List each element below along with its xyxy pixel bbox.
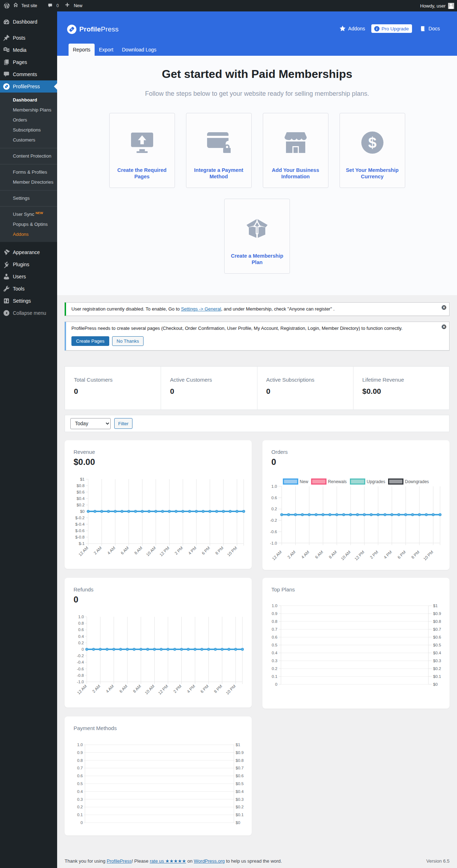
svg-text:0.3: 0.3 [272, 659, 277, 663]
svg-text:$0.8: $0.8 [433, 619, 441, 624]
svg-text:$0.2: $0.2 [77, 503, 85, 507]
svg-text:$0: $0 [236, 820, 240, 825]
svg-text:-0.8: -0.8 [77, 673, 84, 678]
svg-text:2 AM: 2 AM [91, 684, 101, 694]
svg-text:$0.5: $0.5 [433, 643, 441, 647]
svg-text:$0.4: $0.4 [236, 789, 244, 794]
svg-text:0.5: 0.5 [77, 782, 83, 786]
svg-text:0.5: 0.5 [272, 643, 277, 647]
svg-text:6 PM: 6 PM [397, 550, 406, 559]
svg-text:Downgrades: Downgrades [405, 479, 429, 484]
svg-text:0.7: 0.7 [272, 627, 277, 631]
svg-text:$0.7: $0.7 [433, 627, 441, 631]
svg-text:$0: $0 [433, 682, 438, 686]
svg-text:0.8: 0.8 [78, 621, 84, 625]
svg-text:0.2: 0.2 [271, 507, 277, 511]
svg-text:6 PM: 6 PM [200, 684, 209, 694]
svg-text:0.3: 0.3 [77, 797, 83, 802]
svg-text:0.6: 0.6 [78, 628, 84, 632]
svg-text:4 AM: 4 AM [105, 684, 115, 694]
svg-text:0: 0 [82, 647, 84, 651]
svg-text:0.4: 0.4 [77, 789, 83, 794]
svg-text:1.0: 1.0 [77, 743, 83, 747]
svg-text:2 PM: 2 PM [369, 550, 379, 559]
svg-text:12 PM: 12 PM [159, 546, 170, 557]
svg-text:$0.3: $0.3 [236, 797, 243, 802]
svg-text:2 PM: 2 PM [174, 546, 184, 555]
svg-text:$0.4: $0.4 [77, 496, 85, 501]
svg-text:$-0.6: $-0.6 [75, 529, 85, 533]
svg-text:-0.6: -0.6 [77, 667, 84, 671]
svg-text:6 PM: 6 PM [201, 546, 211, 555]
svg-text:0.1: 0.1 [77, 813, 83, 817]
svg-text:12 AM: 12 AM [78, 546, 89, 557]
svg-text:$0.2: $0.2 [236, 805, 243, 809]
svg-text:$0.6: $0.6 [77, 490, 85, 494]
svg-text:$1: $1 [236, 743, 240, 747]
svg-text:Renewals: Renewals [328, 479, 347, 484]
svg-text:0.2: 0.2 [78, 641, 84, 645]
svg-text:10 AM: 10 AM [144, 684, 155, 695]
svg-text:0.8: 0.8 [272, 619, 277, 624]
svg-text:0.7: 0.7 [77, 766, 83, 770]
svg-text:-0.2: -0.2 [270, 518, 277, 522]
svg-text:0.4: 0.4 [272, 651, 278, 655]
svg-text:$0.8: $0.8 [77, 483, 85, 488]
svg-text:-0.4: -0.4 [77, 660, 84, 664]
svg-text:$0.8: $0.8 [236, 758, 243, 763]
svg-text:4 AM: 4 AM [300, 550, 310, 559]
svg-text:0: 0 [275, 682, 277, 686]
svg-text:2 AM: 2 AM [287, 550, 296, 559]
svg-text:2 AM: 2 AM [93, 546, 102, 555]
svg-text:$0.5: $0.5 [236, 782, 243, 786]
svg-text:0.9: 0.9 [272, 611, 277, 616]
svg-text:8 AM: 8 AM [328, 550, 338, 559]
svg-text:$0.1: $0.1 [236, 813, 243, 817]
svg-text:$0.2: $0.2 [433, 666, 441, 671]
svg-text:6 AM: 6 AM [314, 550, 324, 559]
svg-text:0.4: 0.4 [78, 634, 84, 639]
svg-text:0.6: 0.6 [272, 635, 277, 639]
svg-text:0.6: 0.6 [77, 774, 83, 778]
svg-text:8 PM: 8 PM [411, 550, 420, 559]
svg-text:8 AM: 8 AM [134, 546, 143, 555]
svg-text:10 PM: 10 PM [226, 546, 238, 557]
svg-text:0.8: 0.8 [77, 758, 83, 763]
svg-text:10 PM: 10 PM [423, 550, 434, 561]
svg-text:10 AM: 10 AM [340, 550, 352, 561]
svg-text:$-0.2: $-0.2 [75, 516, 85, 520]
svg-text:$: $ [368, 134, 376, 151]
svg-text:0.6: 0.6 [271, 496, 277, 500]
svg-text:10 PM: 10 PM [225, 684, 236, 695]
svg-text:$0.7: $0.7 [236, 766, 243, 770]
svg-text:$1: $1 [433, 604, 438, 608]
svg-text:$-0.4: $-0.4 [75, 522, 85, 526]
svg-text:$0.6: $0.6 [433, 635, 441, 639]
svg-text:12 AM: 12 AM [271, 550, 283, 561]
svg-text:$0.4: $0.4 [433, 651, 441, 655]
svg-text:1.0: 1.0 [271, 484, 277, 488]
svg-text:$0.9: $0.9 [433, 611, 441, 616]
svg-text:$-1: $-1 [79, 541, 85, 546]
svg-text:1.0: 1.0 [78, 615, 84, 619]
svg-text:4 PM: 4 PM [383, 550, 393, 559]
svg-text:-0.6: -0.6 [270, 530, 277, 534]
svg-text:2 PM: 2 PM [172, 684, 182, 694]
svg-text:$0.6: $0.6 [236, 774, 243, 778]
svg-text:6 AM: 6 AM [119, 684, 128, 694]
svg-text:6 AM: 6 AM [120, 546, 130, 555]
svg-text:4 PM: 4 PM [186, 684, 196, 694]
svg-text:-1.0: -1.0 [270, 541, 277, 545]
svg-text:$0: $0 [80, 509, 85, 514]
svg-text:10 AM: 10 AM [145, 546, 157, 557]
svg-text:4 PM: 4 PM [187, 546, 197, 555]
svg-text:0.9: 0.9 [77, 750, 83, 755]
svg-text:12 AM: 12 AM [76, 684, 88, 695]
svg-text:$0.3: $0.3 [433, 659, 441, 663]
svg-text:1.0: 1.0 [272, 604, 277, 608]
svg-text:$0.1: $0.1 [433, 674, 441, 679]
svg-text:12 PM: 12 PM [354, 550, 365, 561]
svg-text:$1: $1 [80, 477, 85, 481]
svg-text:0.2: 0.2 [272, 666, 277, 671]
svg-text:New: New [300, 479, 308, 484]
